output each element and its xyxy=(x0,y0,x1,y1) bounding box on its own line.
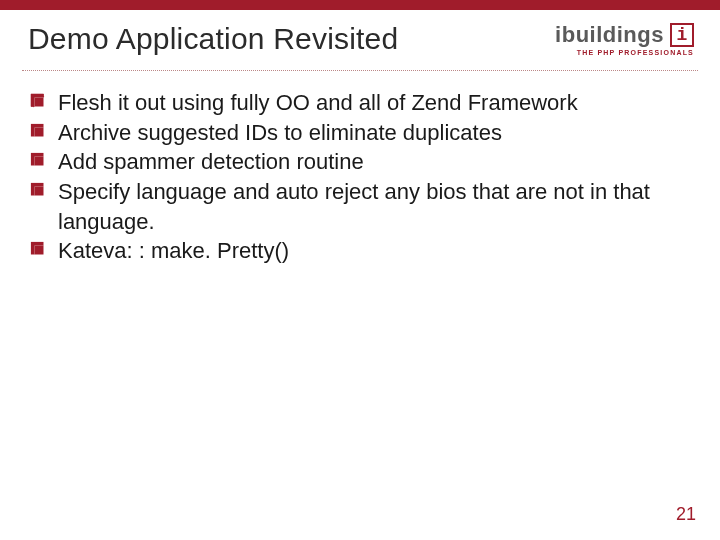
logo-text: ibuildings xyxy=(555,22,664,48)
list-item-text: Specify language and auto reject any bio… xyxy=(58,177,686,236)
logo-tagline: THE PHP PROFESSIONALS xyxy=(555,49,694,56)
logo-row: ibuildings i xyxy=(555,22,694,48)
checkbox-icon xyxy=(30,182,50,202)
checkbox-icon xyxy=(30,93,50,113)
list-item-text: Add spammer detection routine xyxy=(58,147,686,177)
slide: Demo Application Revisited ibuildings i … xyxy=(0,0,720,540)
logo-box-icon: i xyxy=(670,23,694,47)
bullet-list: Flesh it out using fully OO and all of Z… xyxy=(30,88,686,266)
list-item-text: Kateva: : make. Pretty() xyxy=(58,236,686,266)
list-item-text: Flesh it out using fully OO and all of Z… xyxy=(58,88,686,118)
list-item: Flesh it out using fully OO and all of Z… xyxy=(30,88,686,118)
checkbox-icon xyxy=(30,241,50,261)
list-item: Add spammer detection routine xyxy=(30,147,686,177)
list-item-text: Archive suggested IDs to eliminate dupli… xyxy=(58,118,686,148)
list-item: Kateva: : make. Pretty() xyxy=(30,236,686,266)
checkbox-icon xyxy=(30,123,50,143)
brand-logo: ibuildings i THE PHP PROFESSIONALS xyxy=(555,22,694,56)
checkbox-icon xyxy=(30,152,50,172)
list-item: Archive suggested IDs to eliminate dupli… xyxy=(30,118,686,148)
top-accent-bar xyxy=(0,0,720,10)
list-item: Specify language and auto reject any bio… xyxy=(30,177,686,236)
page-number: 21 xyxy=(676,504,696,525)
title-divider xyxy=(22,70,698,71)
slide-title: Demo Application Revisited xyxy=(28,22,398,56)
